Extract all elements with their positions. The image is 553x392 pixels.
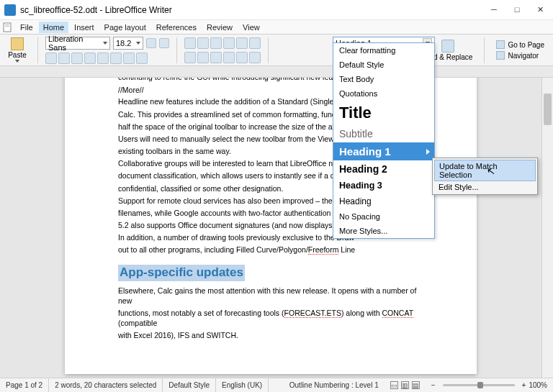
title-bar: sc_libreoffice-52.odt - LibreOffice Writ… (0, 0, 553, 20)
clipboard-icon (11, 37, 24, 50)
style-heading[interactable]: Heading (333, 193, 434, 209)
document-icon (3, 22, 13, 32)
status-bar: Page 1 of 2 2 words, 20 characters selec… (0, 378, 553, 392)
document-viewport: continuing to refine the GUI while intro… (0, 78, 553, 378)
menu-page-layout[interactable]: Page layout (100, 22, 150, 33)
goto-page-label: Go to Page (508, 41, 544, 49)
highlight-color-button[interactable] (136, 53, 148, 64)
para-spacing-button[interactable] (249, 37, 261, 49)
ctx-edit-style[interactable]: Edit Style... (434, 181, 536, 193)
status-page[interactable]: Page 1 of 2 (0, 378, 49, 392)
status-outline: Outline Numbering : Level 1 (284, 378, 385, 392)
page-icon (496, 40, 505, 49)
compass-icon (496, 51, 505, 60)
menu-file[interactable]: File (16, 22, 37, 33)
svg-rect-0 (4, 23, 11, 32)
font-name-select[interactable]: Liberation Sans (45, 37, 110, 50)
background-color-button[interactable] (249, 52, 261, 63)
align-justify-button[interactable] (223, 52, 235, 63)
chevron-down-icon (136, 42, 140, 45)
body-text: Elsewhere, Calc gains the most attention… (118, 286, 423, 306)
horizontal-ruler[interactable] (0, 66, 553, 78)
app-icon (4, 4, 16, 16)
style-title[interactable]: Title (333, 101, 434, 125)
paste-button[interactable]: Paste (4, 37, 30, 63)
window-title: sc_libreoffice-52.odt - LibreOffice Writ… (20, 5, 490, 15)
shrink-font-button[interactable] (159, 38, 169, 48)
strikethrough-button[interactable] (84, 53, 96, 64)
window-controls: ─ □ ✕ (490, 5, 549, 14)
zoom-in-button[interactable]: + (522, 381, 526, 389)
submenu-arrow-icon (426, 149, 430, 155)
font-color-button[interactable] (123, 53, 135, 64)
indent-button[interactable] (223, 37, 235, 49)
menu-review[interactable]: Review (202, 22, 237, 33)
style-more[interactable]: More Styles... (333, 224, 434, 238)
zoom-slider-thumb[interactable] (477, 382, 483, 388)
align-right-button[interactable] (210, 52, 222, 63)
ctx-update-to-match[interactable]: Update to Match Selection (434, 160, 536, 181)
style-quotations[interactable]: Quotations (333, 86, 434, 101)
maximize-button[interactable]: □ (513, 5, 521, 14)
goto-page-button[interactable]: Go to Page (496, 40, 544, 49)
font-name-value: Liberation Sans (48, 35, 103, 52)
style-context-menu: Update to Match Selection Edit Style... (432, 158, 538, 195)
italic-button[interactable] (58, 53, 70, 64)
body-text: with Excel 2016), IFS and SWITCH. (118, 330, 423, 340)
view-multi-page-icon[interactable]: ▥ (401, 381, 409, 389)
navigator-label: Navigator (508, 52, 539, 60)
menu-insert[interactable]: Insert (70, 22, 99, 33)
paragraph-style-dropdown: Clear formatting Default Style Text Body… (333, 42, 435, 239)
chevron-down-icon (15, 60, 19, 63)
style-clear-formatting[interactable]: Clear formatting (333, 43, 434, 58)
body-text: out to all other programs, including Fil… (118, 245, 423, 255)
zoom-out-button[interactable]: − (431, 381, 436, 389)
outdent-button[interactable] (210, 37, 222, 49)
line-spacing-button[interactable] (236, 37, 248, 49)
font-size-value: 18.2 (116, 39, 131, 47)
style-heading1-label: Heading 1 (339, 145, 391, 158)
align-center-button[interactable] (197, 52, 209, 63)
paste-label: Paste (8, 51, 27, 59)
style-no-spacing[interactable]: No Spacing (333, 209, 434, 224)
bold-button[interactable] (45, 53, 57, 64)
view-single-page-icon[interactable]: ▭ (390, 381, 398, 389)
menu-home[interactable]: Home (39, 22, 68, 33)
zoom-value[interactable]: 100% (529, 381, 547, 389)
home-toolbar: Paste Liberation Sans 18.2 (0, 35, 553, 66)
svg-rect-1 (5, 24, 9, 25)
zoom-slider[interactable] (443, 384, 515, 386)
menu-view[interactable]: View (238, 22, 264, 33)
scrollbar-thumb[interactable] (544, 94, 552, 125)
view-book-icon[interactable]: ▤ (412, 381, 420, 389)
text-direction-button[interactable] (236, 52, 248, 63)
status-language[interactable]: English (UK) (216, 378, 269, 392)
subscript-button[interactable] (110, 53, 122, 64)
style-text-body[interactable]: Text Body (333, 72, 434, 86)
menu-references[interactable]: References (152, 22, 201, 33)
align-left-button[interactable] (184, 52, 196, 63)
superscript-button[interactable] (97, 53, 109, 64)
svg-rect-2 (5, 26, 9, 27)
status-selection: 2 words, 20 characters selected (49, 378, 163, 392)
navigator-button[interactable]: Navigator (496, 51, 544, 60)
menu-bar: File Home Insert Page layout References … (0, 20, 553, 35)
style-heading2[interactable]: Heading 2 (333, 160, 434, 178)
search-icon (441, 40, 454, 53)
heading-selected[interactable]: App-specific updates (118, 265, 245, 281)
number-list-button[interactable] (197, 37, 209, 49)
close-button[interactable]: ✕ (536, 5, 544, 14)
bullet-list-button[interactable] (184, 37, 196, 49)
style-heading1[interactable]: Heading 1 (333, 142, 434, 160)
style-default[interactable]: Default Style (333, 58, 434, 72)
style-heading3[interactable]: Heading 3 (333, 178, 434, 193)
status-style[interactable]: Default Style (163, 378, 216, 392)
underline-button[interactable] (71, 53, 83, 64)
font-size-select[interactable]: 18.2 (113, 37, 143, 50)
style-subtitle[interactable]: Subtitle (333, 125, 434, 142)
vertical-scrollbar[interactable] (541, 78, 553, 378)
minimize-button[interactable]: ─ (490, 5, 498, 14)
chevron-down-icon (103, 42, 107, 45)
grow-font-button[interactable] (146, 38, 156, 48)
body-text: functions, most notably a set of forecas… (118, 308, 423, 328)
